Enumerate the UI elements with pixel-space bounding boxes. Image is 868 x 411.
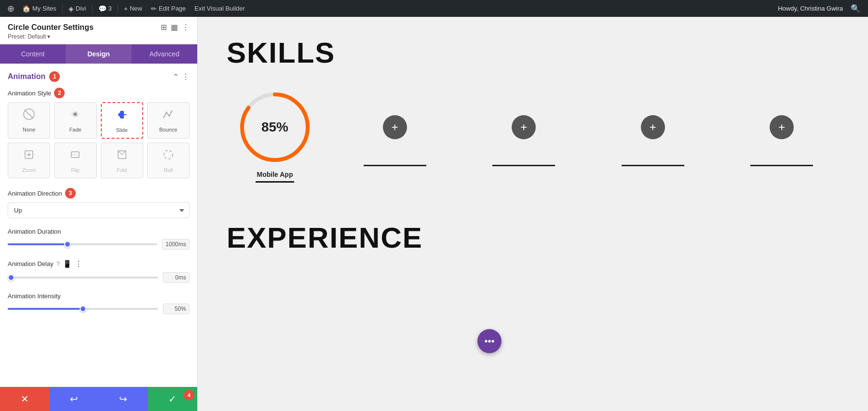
nav-separator-2 (92, 4, 93, 13)
panel-content: Animation 1 ⌃ ⋮ Animation Style 2 None (0, 64, 197, 387)
section-header: Animation 1 ⌃ ⋮ (8, 71, 190, 82)
divi-icon: ◈ (68, 5, 74, 13)
nav-divi[interactable]: ◈ Divi (65, 0, 90, 17)
animation-duration-thumb[interactable] (64, 241, 71, 248)
section-title: Animation (8, 72, 45, 81)
anim-card-none[interactable]: None (8, 102, 50, 139)
sidebar-panel: Circle Counter Settings ⊞ ▦ ⋮ Preset: De… (0, 17, 198, 411)
tab-content[interactable]: Content (0, 44, 66, 64)
tab-design[interactable]: Design (66, 44, 131, 64)
anim-card-fold[interactable]: Fold (101, 143, 143, 178)
svg-point-14 (164, 150, 173, 159)
skills-heading: SKILLS (227, 36, 839, 69)
animation-direction-group: Animation Direction 3 Up Down Left Right… (8, 188, 190, 218)
animation-intensity-label: Animation Intensity (8, 292, 190, 300)
animation-intensity-slider-row: 50% (8, 304, 190, 314)
panel-layout-icon[interactable]: ▦ (171, 23, 178, 32)
nav-separator (62, 4, 63, 13)
save-button[interactable]: ✓ 4 (148, 387, 197, 411)
delay-mobile-icon[interactable]: 📱 (63, 260, 72, 268)
placeholder-line-4 (750, 165, 813, 166)
home-icon: 🏠 (22, 5, 30, 13)
anim-dir-badge: 3 (65, 188, 76, 199)
bottom-bar: ✕ ↩ ↪ ✓ 4 (0, 387, 197, 411)
animation-badge: 1 (49, 71, 60, 82)
nav-exit-builder[interactable]: Exit Visual Builder (190, 0, 249, 17)
animation-duration-slider-row: 1000ms (8, 239, 190, 250)
search-icon[interactable]: 🔍 (847, 4, 864, 13)
placeholder-line-1 (364, 165, 426, 166)
add-circle-btn-3[interactable]: + (641, 115, 665, 139)
anim-card-bounce[interactable]: Bounce (147, 102, 190, 139)
animation-intensity-track[interactable] (8, 308, 158, 310)
circles-row: 85% Mobile App + + (227, 89, 839, 183)
add-circle-btn-2[interactable]: + (512, 115, 536, 139)
save-badge: 4 (184, 390, 194, 400)
panel-resize-icon[interactable]: ⊞ (161, 23, 167, 32)
placeholder-3: + (596, 89, 710, 166)
preset-chevron: ▾ (47, 33, 50, 40)
redo-button[interactable]: ↪ (99, 387, 148, 411)
circle-percent: 85% (261, 119, 288, 135)
animation-delay-thumb[interactable] (8, 274, 14, 281)
panel-header: Circle Counter Settings ⊞ ▦ ⋮ Preset: De… (0, 17, 197, 44)
plus-icon: + (124, 5, 128, 13)
floating-dots-button[interactable]: ••• (477, 329, 502, 353)
delay-help-icon[interactable]: ? (56, 260, 60, 267)
panel-title: Circle Counter Settings (8, 23, 94, 32)
placeholder-line-2 (492, 165, 555, 166)
placeholder-line-3 (622, 165, 684, 166)
animation-delay-group: Animation Delay ? 📱 ⋮ 0ms (8, 259, 190, 283)
svg-point-4 (70, 113, 72, 115)
animation-duration-value: 1000ms (162, 239, 190, 250)
nav-separator-3 (118, 4, 118, 13)
svg-line-1 (25, 110, 33, 119)
anim-card-flip[interactable]: Flip (54, 143, 96, 178)
nav-edit-page[interactable]: ✏ Edit Page (147, 0, 190, 17)
fade-icon (68, 107, 82, 124)
nav-comments[interactable]: 💬 3 (95, 0, 116, 17)
flip-icon (68, 148, 82, 164)
undo-button[interactable]: ↩ (49, 387, 98, 411)
animation-intensity-thumb[interactable] (80, 305, 86, 312)
panel-tabs: Content Design Advanced (0, 44, 197, 64)
add-circle-btn-1[interactable]: + (383, 115, 407, 139)
content-area: SKILLS 85% Mobile App (198, 17, 868, 411)
nav-my-sites[interactable]: 🏠 My Sites (18, 0, 60, 17)
user-greeting: Howdy, Christina Gwira (778, 5, 843, 12)
animation-style-label: Animation Style 2 (8, 88, 190, 98)
experience-heading: EXPERIENCE (227, 221, 839, 254)
section-collapse-icon[interactable]: ⌃ (173, 72, 179, 81)
anim-card-slide[interactable]: Slide (101, 102, 143, 139)
panel-preset[interactable]: Preset: Default ▾ (8, 33, 190, 40)
nav-new[interactable]: + New (120, 0, 146, 17)
edit-icon: ✏ (151, 5, 157, 13)
skills-section: SKILLS 85% Mobile App (227, 36, 839, 183)
main-layout: Circle Counter Settings ⊞ ▦ ⋮ Preset: De… (0, 17, 868, 411)
animation-intensity-group: Animation Intensity 50% (8, 292, 190, 314)
save-icon: ✓ (168, 393, 176, 405)
cancel-button[interactable]: ✕ (0, 387, 49, 411)
placeholder-4: + (725, 89, 840, 166)
panel-menu-icon[interactable]: ⋮ (182, 23, 190, 32)
section-options-icon[interactable]: ⋮ (182, 72, 190, 81)
cancel-icon: ✕ (21, 393, 29, 405)
circle-wrapper: 85% (236, 89, 313, 166)
animation-delay-track[interactable] (8, 277, 158, 278)
anim-card-zoom[interactable]: Zoom (8, 143, 50, 178)
anim-card-roll[interactable]: Roll (147, 143, 190, 178)
section-icons: ⌃ ⋮ (173, 72, 190, 81)
wp-logo[interactable]: ⊕ (4, 0, 17, 17)
delay-dots-icon[interactable]: ⋮ (75, 259, 82, 268)
tab-advanced[interactable]: Advanced (132, 44, 197, 64)
add-circle-btn-4[interactable]: + (770, 115, 794, 139)
animation-delay-slider-row: 0ms (8, 272, 190, 283)
top-nav: ⊕ 🏠 My Sites ◈ Divi 💬 3 + New ✏ Edit Pag… (0, 0, 868, 17)
anim-card-fade[interactable]: Fade (54, 102, 96, 139)
animation-duration-track[interactable] (8, 243, 157, 245)
comment-icon: 💬 (98, 5, 107, 13)
svg-rect-6 (120, 111, 124, 119)
svg-point-3 (74, 113, 77, 116)
svg-point-5 (78, 113, 80, 115)
animation-direction-select[interactable]: Up Down Left Right Center (8, 202, 190, 218)
